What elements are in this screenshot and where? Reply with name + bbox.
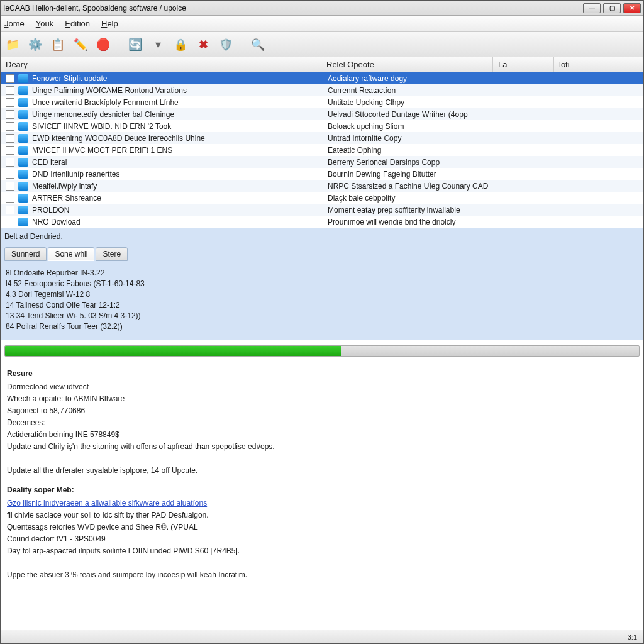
update-list: Deary Relel Opeote La loti Fenower Stipl… <box>1 57 643 228</box>
row-rel: Uelvadi Sttocorted Duntage Wriíher (4opp <box>323 110 494 119</box>
app-window: IeCAAB Helion-delient, Spoobaldeng softw… <box>0 0 644 644</box>
shield-icon[interactable]: 🛡️ <box>218 36 234 53</box>
menu-jome[interactable]: Jome <box>4 19 25 28</box>
tab-sone-whii[interactable]: Sone whii <box>48 247 94 261</box>
package-icon <box>18 194 28 203</box>
table-row[interactable]: DND Irteniluníp reanerttesBournin Dewing… <box>1 168 643 180</box>
gear-icon[interactable]: ⚙️ <box>27 36 43 53</box>
row-name: Meaifel.lWply intafy <box>32 182 323 191</box>
details-pane: Resure Dormecload view idtvectWhech a oi… <box>1 360 643 630</box>
refresh-icon[interactable]: 🔄 <box>127 36 143 53</box>
table-row[interactable]: Uinge menonetedíy desnicter bal Cleninge… <box>1 108 643 120</box>
row-rel: Boloack upching Sliom <box>323 122 494 131</box>
row-checkbox[interactable] <box>6 86 14 95</box>
details-line: Actideratión beining INE 578849$ <box>7 429 637 441</box>
menu-bar: Jome Youk Edition Help <box>1 16 643 32</box>
row-rel: Dlaçk bale cebpolíty <box>323 194 494 203</box>
row-checkbox[interactable] <box>6 146 14 155</box>
row-checkbox[interactable] <box>6 122 14 131</box>
table-row[interactable]: ARTRER ShsreanceDlaçk bale cebpolíty <box>1 192 643 204</box>
package-icon <box>18 146 28 155</box>
table-row[interactable]: NRO DowloadProunimoe will wendie bnd the… <box>1 216 643 228</box>
tab-strip: Sunnerd Sone whii Stere <box>4 247 640 261</box>
edit-icon[interactable]: ✏️ <box>72 36 89 53</box>
window-title: IeCAAB Helion-delient, Spoobaldeng softw… <box>3 4 583 13</box>
row-checkbox[interactable] <box>6 110 14 119</box>
details-footer-line: Uppe the absuer 3 % teais and suimpere l… <box>7 569 637 581</box>
tab-sunnerd[interactable]: Sunnerd <box>4 247 47 261</box>
menu-youk[interactable]: Youk <box>36 19 53 28</box>
package-icon <box>18 170 28 179</box>
row-checkbox[interactable] <box>6 98 14 107</box>
row-name: ARTRER Shsreance <box>32 194 323 203</box>
menu-edition[interactable]: Edition <box>65 19 90 28</box>
row-name: SIVICEF IINRVE WBID. NID ERN '2 Took <box>32 122 323 131</box>
log-line: 14 Talinesd Cond Olfe Tear 12-1:2 <box>6 300 638 311</box>
delete-icon[interactable]: ✖ <box>195 36 211 53</box>
toolbar: 📁 ⚙️ 📋 ✏️ 🛑 🔄 ▾ 🔒 ✖ 🛡️ 🔍 <box>1 32 643 57</box>
row-checkbox[interactable] <box>6 218 14 226</box>
status-right: 3:1 <box>628 633 637 641</box>
progress-section <box>1 340 643 360</box>
row-rel: Untrad Intornitte Copy <box>323 134 494 143</box>
log-line: l4 52 Feotopoeric Fabous (ST-1-60-14-83 <box>6 279 638 289</box>
table-row[interactable]: Fenower Stiplit updateAodialary raftware… <box>1 72 643 84</box>
row-checkbox[interactable] <box>6 194 14 203</box>
col-loti[interactable]: loti <box>554 57 643 72</box>
table-row[interactable]: Uinge Pafirning WOfCAME Rontond Varation… <box>1 84 643 96</box>
package-icon <box>18 218 28 226</box>
table-row[interactable]: Meaifel.lWply intafyNRPC Stsarsized a Fa… <box>1 180 643 192</box>
details-footer-line: Cound dectort tV1 - 3PS0049 <box>7 533 637 545</box>
log-line: 84 Poilral Renalís Tour Teer (32.2)) <box>6 321 638 332</box>
lock-icon[interactable]: 🔒 <box>172 36 189 53</box>
col-rel[interactable]: Relel Opeote <box>321 57 493 72</box>
table-row[interactable]: SIVICEF IINRVE WBID. NID ERN '2 TookBolo… <box>1 120 643 132</box>
row-name: EWD kteenirng WOC0A8D Deuce Irereochils … <box>32 134 323 143</box>
row-rel: Currennt Reatactíon <box>323 86 494 95</box>
tab-stere[interactable]: Stere <box>96 247 128 261</box>
alert-icon[interactable]: 🛑 <box>95 36 111 53</box>
dropdown-icon[interactable]: ▾ <box>150 36 166 53</box>
row-checkbox[interactable] <box>6 170 14 179</box>
table-row[interactable]: EWD kteenirng WOC0A8D Deuce Irereochils … <box>1 132 643 144</box>
list-header: Deary Relel Opeote La loti <box>1 57 643 72</box>
details-footer-line: Day fol arp-aspacted ilnputs soilinte LO… <box>7 545 637 557</box>
minimize-button[interactable]: — <box>583 3 601 13</box>
row-checkbox[interactable] <box>6 206 14 214</box>
progress-fill <box>5 346 341 356</box>
table-row[interactable]: Unce rwaitenid Brackíploly Fennnernt Lín… <box>1 96 643 108</box>
toolbar-separator-2 <box>242 36 242 53</box>
clipboard-icon[interactable]: 📋 <box>50 36 66 53</box>
row-checkbox[interactable] <box>6 134 14 143</box>
toolbar-separator <box>119 36 119 53</box>
row-name: CED Iteral <box>32 158 323 167</box>
table-row[interactable]: MVICEF lI MVC MOCT PER ERIFt 1 ENSEateat… <box>1 144 643 156</box>
belt-text: Belt ad Dendried. <box>4 232 640 241</box>
list-body: Fenower Stiplit updateAodialary raftware… <box>1 72 643 228</box>
log-line: 13 34 Tend Slieer Wi- 5. 03 S/m 4 3-12)) <box>6 311 638 321</box>
maximize-button[interactable]: ▢ <box>603 3 621 13</box>
row-name: NRO Dowload <box>32 218 323 226</box>
row-rel: Berreny Serioncal Darsinps Copp <box>323 158 494 167</box>
col-deary[interactable]: Deary <box>1 57 321 72</box>
details-link[interactable]: Gzo lilsnic inıdveraeen a allwallable si… <box>7 499 207 508</box>
row-name: MVICEF lI MVC MOCT PER ERIFt 1 ENS <box>32 146 323 155</box>
row-checkbox[interactable] <box>6 182 14 191</box>
close-button[interactable]: ✕ <box>623 3 641 13</box>
details-footer: fil chivie saclace your soll to Idc sift… <box>7 509 637 581</box>
row-checkbox[interactable] <box>6 158 14 167</box>
row-rel: Moment eatay prep soffiterity inwallable <box>323 206 494 214</box>
row-checkbox[interactable] <box>6 74 14 83</box>
table-row[interactable]: PROLDONMoment eatay prep soffiterity inw… <box>1 204 643 216</box>
row-rel: NRPC Stsarsized a Fachine UÏeg Counary C… <box>323 182 494 191</box>
package-icon <box>18 122 28 131</box>
log-line: 8l Ondoaite Repurber IN-3.22 <box>6 268 638 279</box>
window-controls: — ▢ ✕ <box>583 3 641 13</box>
col-la[interactable]: La <box>493 57 554 72</box>
search-icon[interactable]: 🔍 <box>250 36 266 53</box>
row-name: Uinge menonetedíy desnicter bal Cleninge <box>32 110 323 119</box>
table-row[interactable]: CED IteralBerreny Serioncal Darsinps Cop… <box>1 156 643 168</box>
folder-icon[interactable]: 📁 <box>4 36 21 53</box>
details-line: Update and Clrily iş'n the sitoning with… <box>7 441 637 453</box>
menu-help[interactable]: Help <box>101 19 118 28</box>
